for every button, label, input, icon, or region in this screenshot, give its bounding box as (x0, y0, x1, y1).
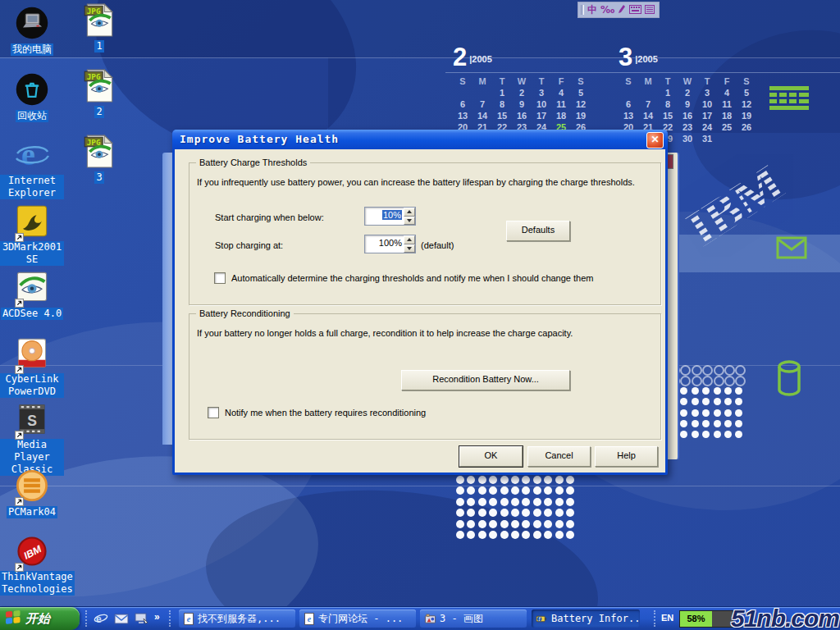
auto-determine-checkbox-row: Automatically determine the charging thr… (214, 272, 649, 284)
desktop-icon-recycle-bin[interactable]: 回收站 (0, 71, 64, 122)
ime-menu-icon[interactable] (645, 3, 655, 16)
calendar-day: 9 (512, 98, 532, 110)
wallpaper-dot (735, 409, 742, 417)
calendar-day: 13 (619, 110, 638, 121)
wallpaper-dot (533, 520, 541, 528)
desktop-icon-acdsee[interactable]: ACDSee 4.0 (0, 269, 64, 320)
wallpaper-dot (544, 520, 552, 528)
calendar-day: 1 (658, 87, 678, 98)
defaults-button[interactable]: Defaults (506, 221, 570, 241)
desktop-file-jpg-file-3[interactable]: JPG3 (67, 133, 131, 184)
windows-logo-icon (5, 609, 21, 628)
soft-keyboard-icon[interactable] (629, 3, 641, 16)
language-bar[interactable]: 中 ‰ (578, 2, 660, 18)
stop-charging-spinner[interactable]: 100% (364, 235, 416, 253)
wallpaper-dot (555, 520, 564, 528)
desktop-icon-internet-explorer[interactable]: eInternet Explorer (0, 137, 64, 199)
icon-label: 我的电脑 (11, 43, 53, 56)
help-button[interactable]: Help (595, 446, 658, 467)
wallpaper-dot (714, 376, 724, 386)
language-indicator[interactable]: EN (661, 613, 673, 623)
quick-launch-overflow-chevron[interactable]: » (154, 611, 160, 623)
icon-label: ThinkVantage Technologies (0, 571, 75, 596)
wallpaper-dot (478, 520, 486, 528)
start-button[interactable]: 开始 (0, 607, 80, 630)
spin-down-button[interactable] (404, 217, 415, 226)
ime-pen-icon[interactable] (618, 3, 626, 16)
desktop-icon-powerdvd[interactable]: CyberLink PowerDVD (0, 336, 64, 398)
desktop-icon-3dmark2001[interactable]: 3DMark2001 SE (0, 203, 64, 266)
desktop-icon-thinkvantage[interactable]: IBMThinkVantage Technologies (0, 533, 64, 596)
taskbar-task-3[interactable]: 3 - 画图 (420, 609, 527, 628)
svg-text:e: e (96, 612, 102, 625)
desktop-icon-media-player-classic[interactable]: SMedia Player Classic (0, 401, 64, 476)
battery-meter[interactable]: 58% (679, 610, 733, 628)
spin-up-button[interactable] (404, 208, 415, 217)
ime-punctuation-icon[interactable]: ‰ (600, 3, 614, 16)
jpg-file-icon: JPG (81, 133, 117, 169)
ok-button[interactable]: OK (459, 446, 523, 467)
svg-text:JPG: JPG (87, 138, 101, 147)
quick-launch-show-desktop-icon[interactable] (134, 611, 148, 626)
wallpaper-dot (566, 509, 574, 517)
quick-launch-mail-icon[interactable] (114, 611, 129, 626)
langbar-grip[interactable] (581, 5, 584, 15)
wallpaper-dot (692, 420, 699, 427)
quick-launch-ie-icon[interactable]: e (94, 611, 108, 626)
internet-explorer-icon: e (14, 137, 50, 173)
taskbar-separator[interactable] (85, 610, 87, 627)
calendar-weekday-header: S (571, 75, 591, 87)
wallpaper-dot (500, 531, 509, 539)
start-charging-spinner[interactable]: 10% (364, 207, 416, 226)
wallpaper-dot (500, 476, 509, 484)
wallpaper-dot (680, 409, 687, 417)
desktop-file-jpg-file-1[interactable]: JPG1 (67, 2, 131, 52)
wallpaper-dot (692, 398, 699, 405)
jpg-file-icon: JPG (81, 67, 117, 103)
desktop-icon-pcmark04[interactable]: PCMark04 (0, 468, 64, 518)
group2-description: If your battery no longer holds a full c… (197, 328, 653, 338)
svg-text:JPG: JPG (87, 7, 101, 16)
notify-reconditioning-checkbox[interactable] (208, 407, 219, 418)
stop-charging-value[interactable]: 100% (379, 238, 402, 248)
calendar-day: 9 (678, 98, 697, 110)
taskbar-separator[interactable] (169, 610, 171, 627)
taskbar-task-1[interactable]: e找不到服务器,... (179, 609, 295, 628)
dialog-titlebar[interactable]: Improve Battery Health ✕ (172, 130, 668, 149)
wallpaper-dot (533, 498, 541, 506)
dialog-client-area: Battery Charge Thresholds If you infrequ… (175, 149, 665, 472)
wallpaper-dot (511, 498, 519, 506)
wallpaper-dot (692, 409, 699, 417)
start-charging-value[interactable]: 10% (382, 210, 402, 220)
calendar-day: 30 (678, 133, 697, 144)
recondition-battery-button[interactable]: Recondition Battery Now... (401, 370, 570, 390)
shortcut-arrow-icon (15, 560, 24, 569)
cancel-button[interactable]: Cancel (527, 446, 591, 467)
svg-text:JPG: JPG (87, 72, 101, 81)
task-label: Battery Infor... (551, 613, 640, 624)
chinese-ime-icon[interactable]: 中 (587, 3, 597, 16)
calendar-weekday-header: W (678, 75, 697, 87)
calendar-day: 18 (717, 110, 737, 121)
taskbar-task-2[interactable]: e专门网论坛 - ... (299, 609, 416, 628)
auto-determine-checkbox[interactable] (214, 272, 226, 284)
svg-text:S: S (27, 413, 37, 429)
calendar-day: 16 (678, 110, 697, 121)
taskbar-task-4[interactable]: !Battery Infor... (532, 609, 640, 628)
calendar-day: 18 (551, 110, 571, 121)
close-button[interactable]: ✕ (646, 132, 664, 148)
desktop-icon-my-computer[interactable]: 我的电脑 (0, 5, 64, 56)
battery-reconditioning-group: Battery Reconditioning If your battery n… (189, 313, 661, 440)
media-player-classic-icon: S (14, 401, 50, 437)
background-window-left-edge (162, 153, 172, 445)
wallpaper-dot (467, 476, 475, 484)
spin-down-button[interactable] (404, 244, 415, 253)
wallpaper-dot (478, 509, 486, 517)
calendar-year: |2005 (469, 54, 492, 64)
spin-up-button[interactable] (404, 235, 415, 244)
calendar-day: 7 (472, 98, 492, 110)
battery-icon: ! (536, 613, 548, 624)
task-label: 找不到服务器,... (198, 612, 281, 626)
desktop-file-jpg-file-2[interactable]: JPG2 (67, 67, 131, 118)
wallpaper-dot (555, 476, 564, 484)
